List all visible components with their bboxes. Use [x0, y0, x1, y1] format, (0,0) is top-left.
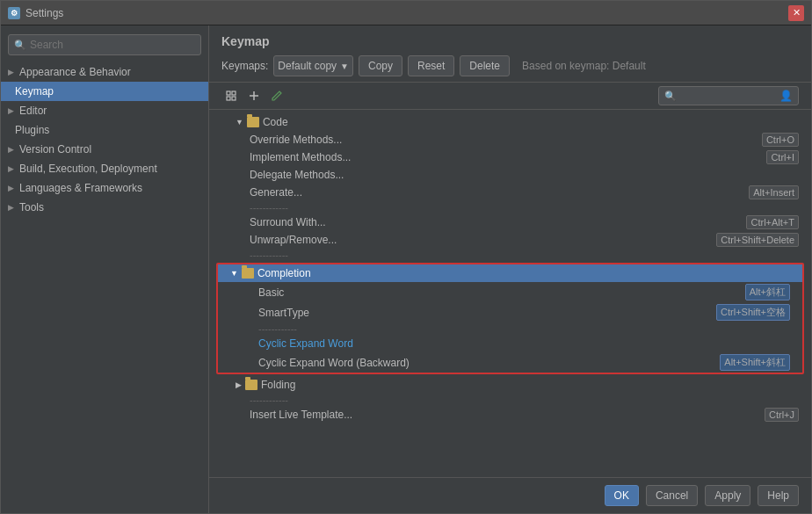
item-label: Basic	[258, 286, 745, 299]
cancel-button[interactable]: Cancel	[646, 485, 698, 506]
based-on-label: Based on keymap: Default	[522, 60, 646, 72]
tree-item-smarttype[interactable]: SmartType Ctrl+Shift+空格	[218, 302, 802, 322]
tree-item-insert-live[interactable]: Insert Live Template... Ctrl+J	[209, 406, 811, 424]
sidebar-item-tools[interactable]: ▶ Tools	[1, 198, 208, 217]
tree-item-cyclic-backward[interactable]: Cyclic Expand Word (Backward) Alt+Shift+…	[218, 352, 802, 373]
search-icon: 🔍	[664, 90, 677, 102]
arrow-icon: ▶	[8, 164, 14, 173]
arrow-icon: ▶	[8, 203, 14, 212]
sidebar-item-editor[interactable]: ▶ Editor	[1, 101, 208, 120]
folder-icon	[245, 380, 257, 390]
reset-button[interactable]: Reset	[408, 55, 454, 76]
keymap-tree: ▼ Code Override Methods... Ctrl+O Implem…	[209, 110, 811, 477]
shortcut-badge: Ctrl+O	[762, 133, 799, 147]
item-label: Implement Methods...	[250, 151, 766, 163]
sidebar-item-label: Keymap	[15, 85, 54, 98]
tree-item-unwrap[interactable]: Unwrap/Remove... Ctrl+Shift+Delete	[209, 231, 811, 249]
folder-icon	[247, 117, 259, 127]
tree-item-folding[interactable]: ▶ Folding	[209, 376, 811, 394]
tree-item-override[interactable]: Override Methods... Ctrl+O	[209, 131, 811, 148]
keymap-search-input[interactable]	[680, 90, 776, 102]
sidebar-item-label: Tools	[19, 201, 44, 214]
keymap-dropdown[interactable]: Default copy ▼	[273, 55, 353, 76]
item-label: Override Methods...	[250, 134, 762, 146]
sidebar-item-build[interactable]: ▶ Build, Execution, Deployment	[1, 159, 208, 178]
shortcut-badge: Ctrl+Alt+T	[746, 215, 799, 229]
highlighted-completion-section: ▼ Completion Basic Alt+斜杠 SmartType Ctrl…	[216, 263, 804, 374]
main-panel: Keymap Keymaps: Default copy ▼ Copy Rese…	[209, 25, 811, 513]
sidebar: 🔍 ▶ Appearance & Behavior Keymap ▶ Edito…	[1, 25, 209, 513]
keymap-search[interactable]: 🔍 👤	[658, 86, 799, 105]
tree-item-basic[interactable]: Basic Alt+斜杠	[218, 282, 802, 302]
sidebar-item-languages[interactable]: ▶ Languages & Frameworks	[1, 178, 208, 198]
window-title: Settings	[25, 7, 63, 19]
panel-title: Keymap	[221, 34, 799, 48]
apply-button[interactable]: Apply	[705, 485, 750, 506]
footer: OK Cancel Apply Help	[209, 477, 811, 513]
ok-button[interactable]: OK	[605, 485, 639, 506]
svg-rect-2	[227, 97, 230, 100]
item-label: Unwrap/Remove...	[250, 234, 716, 246]
keymaps-label: Keymaps:	[221, 60, 268, 72]
settings-window: ⚙ Settings ✕ 🔍 ▶ Appearance & Behavior K…	[0, 0, 812, 514]
folder-icon	[242, 268, 254, 279]
collapse-all-button[interactable]	[244, 86, 264, 105]
item-label: Cyclic Expand Word (Backward)	[258, 357, 720, 369]
sidebar-item-plugins[interactable]: Plugins	[1, 120, 208, 140]
separator: ------------	[209, 249, 811, 261]
tree-item-delegate[interactable]: Delegate Methods...	[209, 166, 811, 184]
dropdown-arrow-icon: ▼	[340, 62, 349, 71]
arrow-icon: ▶	[8, 106, 14, 115]
help-button[interactable]: Help	[758, 485, 799, 506]
sidebar-item-label: Plugins	[15, 124, 49, 136]
shortcut-badge: Ctrl+J	[765, 408, 799, 422]
shortcut-badge: Ctrl+I	[766, 150, 799, 164]
svg-rect-0	[227, 91, 230, 95]
expand-icon: ▼	[230, 269, 238, 278]
app-icon: ⚙	[8, 7, 20, 19]
separator: ------------	[218, 322, 802, 335]
tree-item-implement[interactable]: Implement Methods... Ctrl+I	[209, 148, 811, 166]
shortcut-badge: Ctrl+Shift+空格	[716, 304, 790, 321]
item-label: Delegate Methods...	[250, 169, 799, 181]
sidebar-item-label: Languages & Frameworks	[19, 182, 142, 194]
sidebar-item-version-control[interactable]: ▶ Version Control	[1, 140, 208, 159]
item-label: Surround With...	[250, 216, 746, 228]
sidebar-search-input[interactable]	[30, 39, 195, 51]
tree-item-completion[interactable]: ▼ Completion	[218, 264, 802, 282]
close-button[interactable]: ✕	[788, 5, 804, 21]
sidebar-search[interactable]: 🔍	[8, 34, 201, 55]
expand-all-button[interactable]	[221, 86, 241, 105]
tree-item-surround[interactable]: Surround With... Ctrl+Alt+T	[209, 214, 811, 231]
copy-button[interactable]: Copy	[359, 55, 402, 76]
sidebar-item-label: Editor	[19, 105, 47, 117]
sidebar-item-keymap[interactable]: Keymap	[1, 82, 208, 101]
edit-button[interactable]	[267, 86, 286, 105]
expand-icon: ▼	[236, 118, 243, 127]
expand-icon: ▶	[236, 380, 242, 389]
item-label: Completion	[257, 267, 790, 279]
tree-item-cyclic[interactable]: Cyclic Expand Word	[218, 335, 802, 352]
item-label: Cyclic Expand Word	[258, 337, 790, 350]
keymap-value: Default copy	[278, 60, 337, 72]
item-label: SmartType	[258, 307, 716, 319]
svg-rect-3	[232, 97, 236, 100]
sidebar-item-label: Build, Execution, Deployment	[19, 163, 157, 175]
tree-item-generate[interactable]: Generate... Alt+Insert	[209, 184, 811, 201]
title-bar: ⚙ Settings ✕	[1, 1, 811, 25]
arrow-icon: ▶	[8, 68, 14, 76]
person-icon: 👤	[779, 90, 793, 102]
item-label: Insert Live Template...	[250, 409, 765, 421]
delete-button[interactable]: Delete	[460, 55, 510, 76]
item-label: Generate...	[250, 186, 749, 199]
tree-item-code[interactable]: ▼ Code	[209, 113, 811, 131]
shortcut-badge: Ctrl+Shift+Delete	[716, 233, 799, 247]
separator: ------------	[209, 394, 811, 406]
sidebar-item-appearance[interactable]: ▶ Appearance & Behavior	[1, 62, 208, 82]
shortcut-badge: Alt+Shift+斜杠	[720, 354, 790, 371]
item-label: Code	[263, 116, 799, 128]
toolbar: 🔍 👤	[209, 83, 811, 110]
main-header: Keymap Keymaps: Default copy ▼ Copy Rese…	[209, 25, 811, 83]
shortcut-badge: Alt+斜杠	[745, 284, 790, 300]
item-label: Folding	[261, 379, 799, 391]
